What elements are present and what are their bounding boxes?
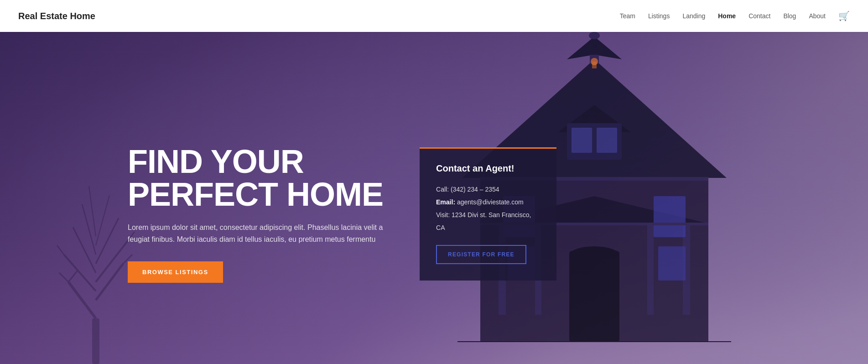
hero-section: FIND YOUR PERFECT HOME Lorem ipsum dolor…	[0, 0, 868, 364]
site-logo[interactable]: Real Estate Home	[18, 11, 95, 21]
svg-rect-39	[592, 62, 597, 68]
hero-content-wrapper: FIND YOUR PERFECT HOME Lorem ipsum dolor…	[0, 113, 868, 283]
svg-rect-37	[457, 341, 731, 342]
contact-card-title: Contact an Agent!	[436, 163, 540, 174]
svg-point-18	[589, 32, 600, 39]
nav-team[interactable]: Team	[620, 12, 635, 20]
nav-home[interactable]: Home	[718, 12, 736, 20]
cart-icon[interactable]: 🛒	[838, 10, 850, 21]
site-header: Real Estate Home Team Listings Landing H…	[0, 0, 868, 32]
browse-listings-button[interactable]: BROWSE LISTINGS	[128, 261, 223, 283]
hero-headline: FIND YOUR PERFECT HOME	[128, 145, 383, 211]
nav-blog[interactable]: Blog	[783, 12, 796, 20]
contact-visit: Visit: 1234 Divi st. San Francisco, CA	[436, 208, 540, 234]
contact-info: Call: (342) 234 – 2354 Email: agents@div…	[436, 183, 540, 234]
nav-about[interactable]: About	[809, 12, 826, 20]
nav-listings[interactable]: Listings	[648, 12, 670, 20]
contact-card: Contact an Agent! Call: (342) 234 – 2354…	[420, 147, 556, 281]
hero-left-panel: FIND YOUR PERFECT HOME Lorem ipsum dolor…	[128, 145, 383, 283]
svg-rect-0	[92, 318, 99, 364]
contact-email: Email: agents@diviestate.com	[436, 196, 540, 208]
hero-subtitle: Lorem ipsum dolor sit amet, consectetur …	[128, 222, 383, 245]
register-free-button[interactable]: REGISTER FOR FREE	[436, 245, 526, 264]
contact-phone: Call: (342) 234 – 2354	[436, 183, 540, 196]
main-nav: Team Listings Landing Home Contact Blog …	[620, 10, 850, 21]
nav-contact[interactable]: Contact	[748, 12, 770, 20]
nav-landing[interactable]: Landing	[682, 12, 705, 20]
